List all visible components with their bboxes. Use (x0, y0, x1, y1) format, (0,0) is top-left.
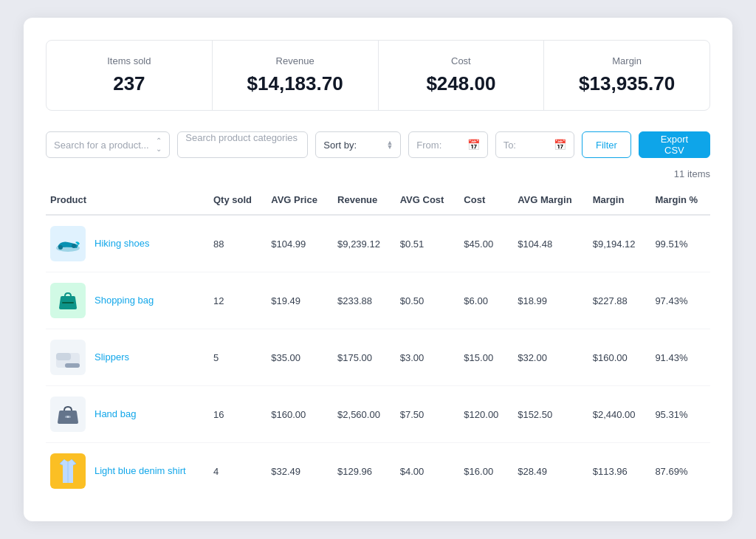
revenue-cell-0: $9,239.12 (330, 215, 393, 272)
table-row: Slippers 5 $35.00 $175.00 $3.00 $15.00 $… (46, 329, 710, 386)
cost-label: Cost (396, 55, 526, 66)
svg-point-1 (58, 245, 63, 250)
calendar-to-icon: 📅 (554, 139, 566, 151)
cost-cell-2: $15.00 (456, 329, 510, 386)
cost-cell-4: $16.00 (456, 443, 510, 500)
chevron-down-icon: ⌃⌄ (156, 137, 162, 153)
avg-margin-cell-3: $152.50 (510, 386, 585, 443)
margin-label: Margin (562, 55, 692, 66)
avg-price-cell-0: $104.99 (264, 215, 330, 272)
revenue-cell-4: $129.96 (330, 443, 393, 500)
avg-price-cell-1: $19.49 (264, 272, 330, 329)
items-count: 11 items (674, 168, 710, 179)
col-avg-cost: AVG Cost (393, 185, 457, 215)
product-name-2[interactable]: Slippers (94, 351, 129, 364)
avg-price-cell-3: $160.00 (264, 386, 330, 443)
product-cell-2: Slippers (46, 329, 206, 386)
to-date-input[interactable]: To: 📅 (495, 131, 574, 158)
margin-cell-0: $9,194.12 (585, 215, 648, 272)
margin-cell-3: $2,440.00 (585, 386, 648, 443)
stat-cost: Cost $248.00 (379, 41, 545, 110)
qty-cell-0: 88 (206, 215, 264, 272)
table-header: Product Qty sold AVG Price Revenue AVG C… (46, 185, 710, 215)
avg-cost-cell-4: $4.00 (393, 443, 457, 500)
margin-cell-1: $227.88 (585, 272, 648, 329)
col-avg-price: AVG Price (264, 185, 330, 215)
revenue-value: $14,183.70 (230, 72, 360, 95)
export-csv-button[interactable]: Export CSV (639, 131, 710, 158)
svg-point-2 (72, 244, 76, 248)
avg-margin-cell-1: $18.99 (510, 272, 585, 329)
col-margin-pct: Margin % (647, 185, 710, 215)
revenue-cell-2: $175.00 (330, 329, 393, 386)
search-category-input[interactable]: Search product categories (177, 131, 308, 158)
stat-revenue: Revenue $14,183.70 (213, 41, 379, 110)
margin-value: $13,935.70 (562, 72, 692, 95)
qty-cell-2: 5 (206, 329, 264, 386)
filters-row: Search for a product... ⌃⌄ Search produc… (46, 131, 710, 158)
stat-margin: Margin $13,935.70 (544, 41, 709, 110)
avg-cost-cell-3: $7.50 (393, 386, 457, 443)
product-table: Product Qty sold AVG Price Revenue AVG C… (46, 185, 710, 499)
cost-cell-1: $6.00 (456, 272, 510, 329)
margin-pct-cell-2: 91.43% (647, 329, 710, 386)
svg-rect-5 (56, 353, 71, 360)
product-name-1[interactable]: Shopping bag (94, 294, 154, 307)
product-cell-4: Light blue denim shirt (46, 443, 206, 500)
avg-cost-cell-0: $0.51 (393, 215, 457, 272)
svg-point-8 (67, 416, 69, 418)
search-category-placeholder: Search product categories (185, 132, 298, 143)
items-count-row: 11 items (46, 168, 710, 179)
product-name-3[interactable]: Hand bag (94, 408, 136, 421)
cost-cell-3: $120.00 (456, 386, 510, 443)
margin-pct-cell-3: 95.31% (647, 386, 710, 443)
product-name-0[interactable]: Hiking shoes (94, 237, 149, 250)
qty-cell-1: 12 (206, 272, 264, 329)
avg-margin-cell-0: $104.48 (510, 215, 585, 272)
avg-price-cell-2: $35.00 (264, 329, 330, 386)
svg-rect-3 (62, 302, 74, 303)
avg-cost-cell-1: $0.50 (393, 272, 457, 329)
search-product-input[interactable]: Search for a product... ⌃⌄ (46, 131, 170, 158)
table-row: Shopping bag 12 $19.49 $233.88 $0.50 $6.… (46, 272, 710, 329)
col-qty: Qty sold (206, 185, 264, 215)
stat-items-sold: Items sold 237 (47, 41, 213, 110)
calendar-from-icon: 📅 (467, 139, 480, 151)
margin-pct-cell-0: 99.51% (647, 215, 710, 272)
qty-cell-3: 16 (206, 386, 264, 443)
col-avg-margin: AVG Margin (510, 185, 585, 215)
col-cost: Cost (456, 185, 510, 215)
product-name-4[interactable]: Light blue denim shirt (94, 464, 186, 478)
product-table-container: Product Qty sold AVG Price Revenue AVG C… (46, 185, 710, 499)
product-cell-3: Hand bag (46, 386, 206, 443)
search-product-placeholder: Search for a product... (54, 140, 149, 151)
items-sold-label: Items sold (64, 55, 194, 66)
table-row: Light blue denim shirt 4 $32.49 $129.96 … (46, 443, 710, 500)
sort-by-label: Sort by: (323, 140, 357, 151)
table-row: Hiking shoes 88 $104.99 $9,239.12 $0.51 … (46, 215, 710, 272)
stats-row: Items sold 237 Revenue $14,183.70 Cost $… (46, 40, 710, 111)
revenue-label: Revenue (230, 55, 360, 66)
avg-margin-cell-2: $32.00 (510, 329, 585, 386)
margin-cell-4: $113.96 (585, 443, 648, 500)
margin-pct-cell-1: 97.43% (647, 272, 710, 329)
product-cell-1: Shopping bag (46, 272, 206, 329)
avg-cost-cell-2: $3.00 (393, 329, 457, 386)
col-product: Product (46, 185, 206, 215)
table-body: Hiking shoes 88 $104.99 $9,239.12 $0.51 … (46, 215, 710, 499)
sort-by-select[interactable]: Sort by: ▲▼ (315, 131, 401, 158)
cost-value: $248.00 (396, 72, 526, 95)
from-date-input[interactable]: From: 📅 (408, 131, 487, 158)
filter-button[interactable]: Filter (582, 131, 631, 158)
col-margin: Margin (585, 185, 648, 215)
margin-cell-2: $160.00 (585, 329, 648, 386)
margin-pct-cell-4: 87.69% (647, 443, 710, 500)
to-placeholder: To: (504, 140, 516, 151)
main-container: Items sold 237 Revenue $14,183.70 Cost $… (24, 18, 732, 521)
table-row: Hand bag 16 $160.00 $2,560.00 $7.50 $120… (46, 386, 710, 443)
col-revenue: Revenue (330, 185, 393, 215)
avg-price-cell-4: $32.49 (264, 443, 330, 500)
revenue-cell-1: $233.88 (330, 272, 393, 329)
items-sold-value: 237 (64, 72, 194, 95)
revenue-cell-3: $2,560.00 (330, 386, 393, 443)
